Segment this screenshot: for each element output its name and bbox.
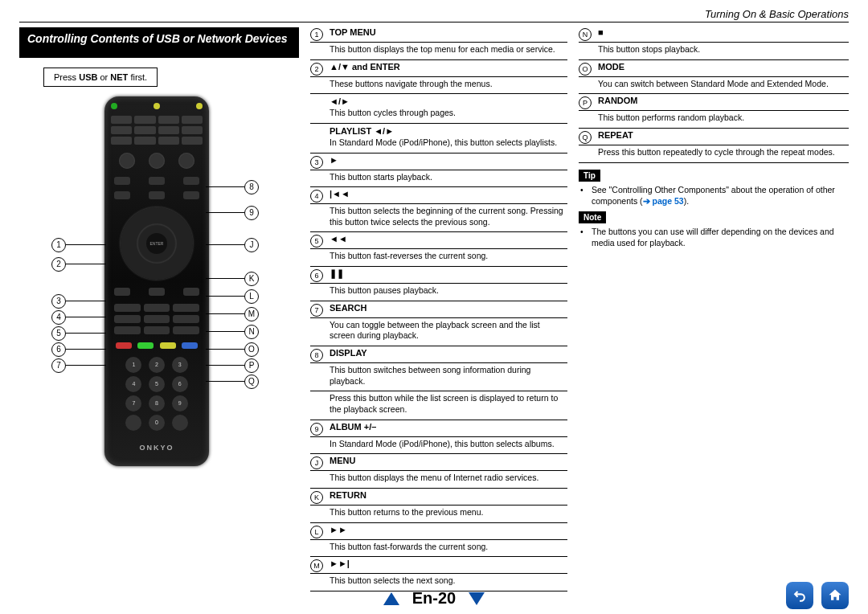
item-desc: This button selects the beginning of the…	[310, 204, 567, 232]
item-desc: This button stops playback.	[579, 43, 849, 60]
next-page-icon[interactable]	[469, 592, 485, 605]
item-number: 6	[310, 269, 323, 282]
item-desc: This button displays the top menu for ea…	[310, 43, 567, 60]
definition-item: QREPEATPress this button repeatedly to c…	[579, 130, 849, 163]
item-number: 5	[310, 235, 323, 248]
item-subtitle: PLAYLIST ◄/►	[310, 124, 567, 136]
definition-item: 1TOP MENUThis button displays the top me…	[310, 27, 567, 60]
item-number: 3	[310, 156, 323, 169]
page-footer: En-20	[0, 589, 868, 608]
item-desc: This button starts playback.	[310, 170, 567, 188]
back-icon[interactable]	[786, 582, 813, 609]
callout-13: M	[244, 307, 259, 321]
callout-14: N	[244, 325, 259, 339]
definition-item: OMODEYou can switch between Standard Mod…	[579, 62, 849, 95]
definition-item: 7SEARCHYou can toggle between the playba…	[310, 303, 567, 346]
definition-item: 2▲/▼ and ENTERThese buttons navigate thr…	[310, 62, 567, 154]
callout-16: P	[244, 358, 259, 373]
definition-item: PRANDOMThis button performs random playb…	[579, 96, 849, 129]
item-title: REPEAT	[598, 130, 633, 140]
item-sub-desc: This button cycles through pages.	[310, 106, 567, 124]
definition-item: 3►This button starts playback.	[310, 155, 567, 188]
item-desc: This button performs random playback.	[579, 111, 849, 129]
item-title: MODE	[598, 62, 624, 72]
note-label: Note	[579, 211, 606, 223]
item-title: |◄◄	[330, 189, 350, 199]
note-bullet: • The buttons you can use will differ de…	[579, 223, 849, 248]
item-number: O	[579, 63, 592, 76]
breadcrumb: Turning On & Basic Operations	[705, 8, 849, 20]
item-number: 7	[310, 304, 323, 317]
remote-diagram: ENTER 123 456 789 0 ONKYO	[19, 96, 299, 482]
item-number: 1	[310, 28, 323, 41]
prev-page-icon[interactable]	[383, 592, 399, 605]
item-title: TOP MENU	[330, 27, 376, 37]
item-desc: You can switch between Standard Mode and…	[579, 77, 849, 95]
item-number: N	[579, 28, 592, 41]
item-desc: This button returns to the previous menu…	[310, 506, 567, 523]
item-number: Q	[579, 131, 592, 144]
definition-item: 6❚❚This button pauses playback.	[310, 268, 567, 301]
item-title: SEARCH	[330, 303, 366, 313]
item-desc: This button switches between song inform…	[310, 363, 567, 391]
item-title: RETURN	[330, 490, 366, 500]
page-link[interactable]: ➔ page 53	[643, 196, 684, 206]
callout-17: Q	[244, 375, 259, 389]
page-header: Turning On & Basic Operations	[19, 8, 849, 23]
callout-2: 2	[51, 257, 66, 272]
item-title: ❚❚	[330, 268, 344, 279]
callout-1: 1	[51, 238, 66, 252]
callout-3: 3	[51, 294, 66, 309]
tip-bullet: • See "Controlling Other Components" abo…	[579, 182, 849, 207]
callout-8: 8	[244, 180, 259, 194]
item-number: 8	[310, 349, 323, 362]
item-title: ◄◄	[330, 234, 347, 244]
definition-item: N■This button stops playback.	[579, 27, 849, 60]
item-number: L	[310, 526, 323, 538]
callout-7: 7	[51, 358, 66, 373]
callout-4: 4	[51, 310, 66, 325]
item-title: ►►	[330, 525, 347, 534]
item-number: 9	[310, 423, 323, 436]
item-desc: In Standard Mode (iPod/iPhone), this but…	[310, 437, 567, 455]
definition-item: 8DISPLAYThis button switches between son…	[310, 348, 567, 420]
item-title: DISPLAY	[330, 348, 367, 358]
definition-item: KRETURNThis button returns to the previo…	[310, 490, 567, 523]
callout-15: O	[244, 342, 259, 357]
item-number: J	[310, 456, 323, 469]
callout-12: L	[244, 289, 259, 304]
item-number: 2	[310, 63, 323, 76]
item-title: ►►|	[330, 559, 350, 568]
page-number: En-20	[412, 589, 456, 608]
item-number: M	[310, 559, 323, 572]
item-desc: You can toggle between the playback scre…	[310, 318, 567, 346]
definition-item: 5◄◄This button fast-reverses the current…	[310, 234, 567, 267]
item-subtitle: ◄/►	[310, 94, 567, 106]
remote-body: ENTER 123 456 789 0 ONKYO	[104, 96, 209, 466]
item-sub-desc: In Standard Mode (iPod/iPhone), this but…	[310, 136, 567, 154]
item-desc: This button pauses playback.	[310, 284, 567, 301]
remote-brand: ONKYO	[104, 436, 209, 452]
section-title: Controlling Contents of USB or Network D…	[19, 27, 299, 58]
home-icon[interactable]	[821, 582, 849, 609]
definition-item: L►►This button fast-forwards the current…	[310, 525, 567, 558]
definition-item: 4|◄◄This button selects the beginning of…	[310, 189, 567, 232]
item-desc: This button fast-forwards the current so…	[310, 540, 567, 558]
callout-11: K	[244, 272, 259, 286]
item-title: ▲/▼ and ENTER	[330, 62, 400, 72]
callout-10: J	[244, 238, 259, 252]
item-title: ■	[598, 27, 604, 37]
item-title: ALBUM +/–	[330, 422, 376, 432]
item-desc: Press this button repeatedly to cycle th…	[579, 145, 849, 163]
item-number: P	[579, 96, 592, 109]
definition-item: JMENUThis button displays the menu of In…	[310, 456, 567, 489]
item-title: ►	[330, 155, 338, 165]
column-3: N■This button stops playback.OMODEYou ca…	[579, 27, 849, 593]
item-title: RANDOM	[598, 96, 638, 105]
item-desc: This button fast-reverses the current so…	[310, 249, 567, 267]
callout-9: 9	[244, 206, 259, 220]
item-desc-2: Press this button while the list screen …	[310, 391, 567, 420]
item-desc: These buttons navigate through the menus…	[310, 77, 567, 95]
callout-6: 6	[51, 342, 66, 357]
callout-press-usb-net: Press USB or NET first.	[43, 68, 158, 87]
